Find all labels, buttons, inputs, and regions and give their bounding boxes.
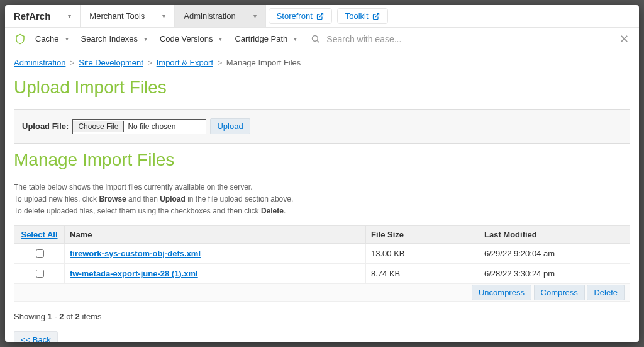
menu-label: Cache — [35, 34, 59, 43]
svg-line-0 — [319, 13, 323, 17]
search-icon — [311, 34, 320, 43]
upload-section: Upload File: Choose File No file chosen … — [14, 109, 630, 144]
help-text: The table below shows the import files c… — [14, 181, 630, 218]
close-icon[interactable]: ✕ — [616, 32, 633, 46]
toolkit-link[interactable]: Toolkit — [337, 8, 388, 24]
col-size: File Size — [366, 225, 479, 243]
page-title-upload: Upload Import Files — [14, 77, 630, 98]
compress-button[interactable]: Compress — [534, 285, 585, 300]
file-status: No file chosen — [124, 121, 206, 132]
table-row: firework-sys-custom-obj-defs.xml 13.00 K… — [14, 243, 630, 263]
select-all-link[interactable]: Select All — [21, 230, 57, 239]
file-link[interactable]: fw-metada-export-june-28 (1).xml — [70, 269, 198, 278]
files-table: Select All Name File Size Last Modified … — [14, 225, 630, 302]
crumb-site-development[interactable]: Site Development — [79, 58, 143, 67]
results-summary: Showing 1 - 2 of 2 items — [14, 312, 630, 321]
row-checkbox[interactable] — [36, 249, 44, 258]
chevron-down-icon: ▾ — [253, 13, 257, 20]
menu-label: Cartridge Path — [235, 34, 287, 43]
merchant-tools-menu[interactable]: Merchant Tools ▾ — [80, 5, 175, 27]
external-link-icon — [316, 13, 324, 20]
menu-label: Administration — [184, 11, 235, 21]
file-size: 8.74 KB — [366, 263, 479, 283]
shield-icon — [11, 33, 29, 45]
administration-menu[interactable]: Administration ▾ — [175, 5, 265, 27]
link-label: Toolkit — [345, 11, 369, 21]
crumb-sep: > — [70, 58, 75, 67]
upload-button[interactable]: Upload — [210, 118, 250, 134]
crumb-current: Manage Import Files — [226, 58, 301, 67]
chevron-down-icon: ▾ — [144, 35, 147, 42]
link-label: Storefront — [277, 11, 313, 21]
cache-menu[interactable]: Cache ▾ — [29, 34, 75, 43]
col-name: Name — [65, 225, 366, 243]
menu-label: Search Indexes — [81, 34, 138, 43]
global-nav: RefArch ▾ Merchant Tools ▾ Administratio… — [5, 5, 639, 28]
cartridge-path-menu[interactable]: Cartridge Path ▾ — [228, 34, 303, 43]
uncompress-button[interactable]: Uncompress — [472, 285, 531, 300]
table-actions: Uncompress Compress Delete — [14, 283, 630, 301]
row-checkbox[interactable] — [36, 270, 44, 278]
external-link-icon — [372, 13, 380, 20]
search-input[interactable] — [325, 33, 616, 45]
back-button[interactable]: << Back — [14, 331, 58, 342]
search-indexes-menu[interactable]: Search Indexes ▾ — [75, 34, 153, 43]
page-content: Administration > Site Development > Impo… — [5, 50, 639, 342]
delete-button[interactable]: Delete — [587, 285, 625, 300]
file-modified: 6/29/22 9:20:04 am — [479, 243, 630, 263]
page-title-manage: Manage Import Files — [14, 150, 630, 170]
crumb-administration[interactable]: Administration — [14, 58, 65, 67]
site-name: RefArch — [14, 11, 50, 21]
chevron-down-icon: ▾ — [65, 35, 69, 42]
tools-nav: Cache ▾ Search Indexes ▾ Code Versions ▾… — [5, 28, 639, 50]
upload-label: Upload File: — [22, 122, 69, 131]
svg-point-2 — [313, 36, 318, 42]
col-modified: Last Modified — [479, 225, 630, 243]
menu-label: Code Versions — [160, 34, 213, 43]
svg-line-1 — [375, 13, 379, 17]
svg-line-3 — [318, 40, 319, 42]
file-modified: 6/28/22 3:30:24 pm — [479, 263, 630, 283]
crumb-sep: > — [218, 58, 223, 67]
chevron-down-icon: ▾ — [219, 35, 222, 42]
table-row: fw-metada-export-june-28 (1).xml 8.74 KB… — [14, 263, 630, 283]
global-search — [311, 33, 616, 45]
chevron-down-icon: ▾ — [294, 35, 297, 42]
choose-file-button[interactable]: Choose File — [73, 121, 124, 132]
crumb-sep: > — [147, 58, 152, 67]
code-versions-menu[interactable]: Code Versions ▾ — [153, 34, 229, 43]
site-selector[interactable]: RefArch ▾ — [5, 5, 80, 27]
file-input[interactable]: Choose File No file chosen — [72, 119, 206, 134]
chevron-down-icon: ▾ — [68, 13, 71, 20]
crumb-import-export[interactable]: Import & Export — [157, 58, 213, 67]
chevron-down-icon: ▾ — [162, 13, 165, 20]
storefront-link[interactable]: Storefront — [269, 8, 332, 24]
menu-label: Merchant Tools — [89, 11, 145, 21]
breadcrumb: Administration > Site Development > Impo… — [14, 55, 630, 71]
file-link[interactable]: firework-sys-custom-obj-defs.xml — [70, 249, 201, 258]
file-size: 13.00 KB — [366, 243, 479, 263]
